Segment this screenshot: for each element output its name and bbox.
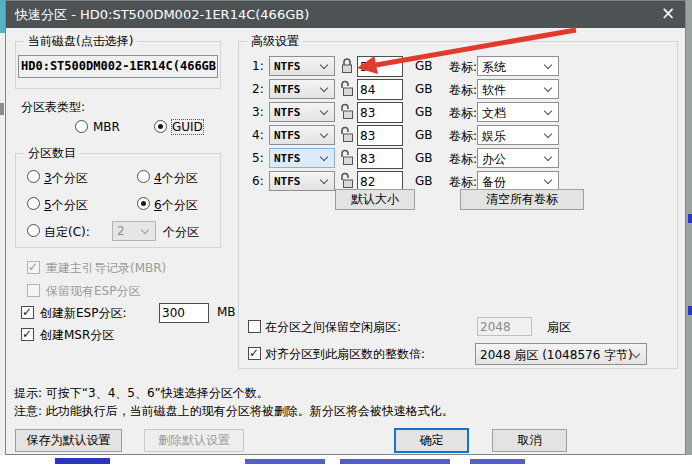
radio-custom-count-label[interactable]: 自定(C): (44, 224, 90, 241)
radio-guid-label[interactable]: GUID (172, 120, 203, 134)
keep-free-sectors-input (477, 317, 532, 336)
lock-icon[interactable] (340, 80, 354, 97)
radio-6-partitions-label[interactable]: 6个分区 (154, 197, 198, 214)
size-input[interactable] (357, 148, 403, 169)
checkbox-keep-esp-label: 保留现有ESP分区 (46, 283, 140, 300)
align-sectors-value: 2048 扇区 (1048576 字节) (480, 348, 633, 362)
size-input[interactable] (357, 56, 403, 77)
custom-count-select: 2 (112, 221, 156, 241)
lock-icon[interactable] (340, 126, 354, 143)
custom-count-value: 2 (117, 224, 125, 238)
volume-label-select[interactable]: 系统 (477, 56, 559, 76)
radio-custom-count[interactable] (27, 224, 40, 237)
clear-all-labels-button[interactable]: 清空所有卷标 (460, 189, 584, 210)
volume-label-value: 系统 (482, 60, 506, 74)
align-sectors-select[interactable]: 2048 扇区 (1048576 字节) (475, 343, 647, 365)
partition-number: 2: (252, 82, 264, 96)
current-disk-group: 当前磁盘(点击选择) HD0:ST500DM002-1ER14C(466GB (15, 41, 221, 89)
lock-icon[interactable] (340, 57, 354, 74)
partition-number: 5: (252, 151, 264, 165)
keep-free-sectors-unit: 扇区 (547, 319, 571, 336)
quick-partition-dialog: 快速分区 - HD0:ST500DM002-1ER14C(466GB) × 当前… (5, 0, 686, 455)
background-bottom-mark (55, 458, 110, 464)
lock-icon[interactable] (340, 103, 354, 120)
chevron-down-icon (320, 153, 328, 161)
volume-label-select[interactable]: 软件 (477, 79, 559, 99)
filesystem-value: NTFS (274, 152, 301, 165)
background-right-strip (686, 0, 692, 466)
align-partitions-label[interactable]: 对齐分区到此扇区数的整数倍: (265, 346, 425, 363)
chevron-down-icon (544, 84, 552, 92)
size-input[interactable] (357, 102, 403, 123)
size-input[interactable] (357, 79, 403, 100)
chevron-down-icon (544, 176, 552, 184)
ok-button[interactable]: 确定 (394, 428, 469, 453)
default-size-button[interactable]: 默认大小 (335, 189, 415, 210)
partition-number: 6: (252, 174, 264, 188)
lock-icon[interactable] (340, 172, 354, 189)
checkbox-create-esp-label[interactable]: 创建新ESP分区: (40, 305, 126, 322)
volume-label-select[interactable]: 办公 (477, 148, 559, 168)
checkbox-create-esp[interactable] (21, 306, 34, 319)
checkbox-rebuild-mbr-label: 重建主引导记录(MBR) (46, 260, 166, 277)
checkbox-create-msr-label[interactable]: 创建MSR分区 (40, 327, 114, 344)
volume-label-caption: 卷标: (449, 82, 477, 99)
current-disk-field[interactable]: HD0:ST500DM002-1ER14C(466GB (18, 55, 218, 78)
title-bar[interactable]: 快速分区 - HD0:ST500DM002-1ER14C(466GB) × (6, 1, 685, 28)
filesystem-select[interactable]: NTFS (269, 102, 335, 122)
filesystem-select[interactable]: NTFS (269, 79, 335, 99)
partition-number: 3: (252, 105, 264, 119)
radio-mbr-label[interactable]: MBR (93, 120, 120, 134)
size-input[interactable] (357, 125, 403, 146)
background-bottom-mark (340, 459, 450, 464)
radio-3-partitions-label[interactable]: 3个分区 (44, 170, 88, 187)
checkbox-create-msr[interactable] (21, 328, 34, 341)
keep-free-sectors-label[interactable]: 在分区之间保留空闲扇区: (265, 319, 401, 336)
volume-label-value: 娱乐 (482, 129, 506, 143)
partition-count-legend: 分区数目 (24, 145, 80, 162)
radio-5-partitions-label[interactable]: 5个分区 (44, 197, 88, 214)
volume-label-select[interactable]: 文档 (477, 102, 559, 122)
chevron-down-icon (320, 107, 328, 115)
hint-text: 提示: 可按下“3、4、5、6”快速选择分区个数。 (14, 385, 269, 402)
volume-label-caption: 卷标: (449, 105, 477, 122)
delete-default-settings-button: 删除默认设置 (144, 429, 244, 452)
chevron-down-icon (141, 226, 149, 234)
current-disk-legend: 当前磁盘(点击选择) (24, 33, 137, 50)
radio-guid[interactable] (154, 120, 167, 133)
filesystem-value: NTFS (274, 60, 301, 73)
save-default-settings-button[interactable]: 保存为默认设置 (15, 429, 122, 452)
radio-6-partitions[interactable] (137, 197, 150, 210)
volume-label-select[interactable]: 备份 (477, 171, 559, 191)
checkbox-align-partitions[interactable] (248, 347, 261, 360)
radio-4-partitions[interactable] (137, 170, 150, 183)
partition-number: 1: (252, 59, 264, 73)
filesystem-value: NTFS (274, 83, 301, 96)
chevron-down-icon (632, 350, 640, 358)
volume-label-select[interactable]: 娱乐 (477, 125, 559, 145)
filesystem-select[interactable]: NTFS (269, 148, 335, 168)
background-bottom-mark (470, 459, 525, 464)
radio-3-partitions[interactable] (27, 170, 40, 183)
cancel-button[interactable]: 取消 (492, 429, 567, 452)
radio-4-partitions-label[interactable]: 4个分区 (154, 170, 198, 187)
size-unit: GB (415, 105, 433, 119)
custom-count-suffix: 个分区 (163, 224, 199, 241)
filesystem-value: NTFS (274, 106, 301, 119)
filesystem-select[interactable]: NTFS (269, 56, 335, 76)
chevron-down-icon (320, 176, 328, 184)
volume-label-caption: 卷标: (449, 151, 477, 168)
size-unit: GB (415, 59, 433, 73)
checkbox-keep-free-sectors[interactable] (248, 320, 261, 333)
volume-label-caption: 卷标: (449, 59, 477, 76)
chevron-down-icon (544, 107, 552, 115)
esp-size-input[interactable] (159, 303, 209, 323)
radio-mbr[interactable] (75, 120, 88, 133)
filesystem-select[interactable]: NTFS (269, 171, 335, 191)
filesystem-select[interactable]: NTFS (269, 125, 335, 145)
close-icon[interactable]: × (651, 1, 685, 28)
chevron-down-icon (320, 61, 328, 69)
partition-number: 4: (252, 128, 264, 142)
radio-5-partitions[interactable] (27, 197, 40, 210)
lock-icon[interactable] (340, 149, 354, 166)
